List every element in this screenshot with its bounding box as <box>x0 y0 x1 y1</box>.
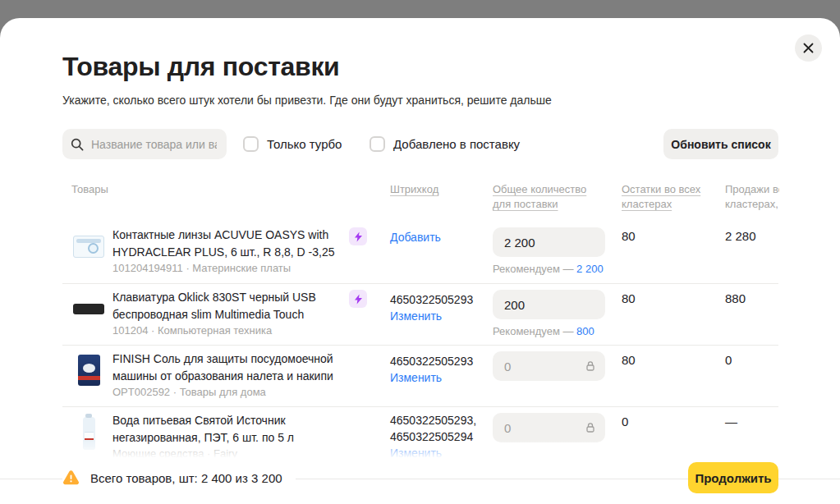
product-sku: 101204194911 · Материнские платы <box>112 262 291 274</box>
table-row: Контактные линзы ACUVUE OASYS with HYDRA… <box>0 222 840 283</box>
column-header-barcode[interactable]: Штрихкод <box>390 182 438 197</box>
page-subtitle: Укажите, сколько всего штук хотели бы пр… <box>62 94 552 107</box>
stock-value: 0 <box>622 415 628 428</box>
quantity-input-wrap-locked <box>493 413 605 442</box>
page-backdrop <box>0 0 840 18</box>
quantity-input[interactable] <box>493 227 605 257</box>
sales-value: 2 280 <box>725 229 756 243</box>
checkbox-label: Добавлено в поставку <box>393 137 520 151</box>
product-image <box>71 225 106 268</box>
sales-value: — <box>725 415 737 428</box>
checkbox-box[interactable] <box>243 136 259 152</box>
product-title: Контактные линзы ACUVUE OASYS with HYDRA… <box>112 227 347 261</box>
barcode-cell: 4650322505293 Изменить <box>390 353 482 386</box>
lock-icon <box>585 360 596 372</box>
warning-icon <box>62 470 80 486</box>
barcode-cell: 4650322505293 Изменить <box>390 291 482 324</box>
turbo-icon <box>349 290 367 308</box>
quantity-input-wrap[interactable] <box>493 290 605 319</box>
lock-icon <box>585 422 596 433</box>
recommend-hint: Рекомендуем — 2 200 <box>493 263 604 275</box>
page-title: Товары для поставки <box>62 51 339 82</box>
footer-fade <box>0 440 840 458</box>
stock-value: 80 <box>622 229 636 243</box>
quantity-input-wrap-locked <box>493 351 605 381</box>
checkbox-only-turbo[interactable]: Только турбо <box>243 129 342 159</box>
checkbox-added-to-supply[interactable]: Добавлено в поставку <box>370 129 520 159</box>
refresh-list-button[interactable]: Обновить список <box>663 129 778 159</box>
product-title: Клавиатура Oklick 830ST черный USB беспр… <box>112 289 347 323</box>
stock-value: 80 <box>622 291 636 305</box>
column-header-quantity[interactable]: Общее количество для поставки <box>493 182 586 212</box>
product-title: FINISH Соль для защиты посудомоечной маш… <box>112 351 347 385</box>
continue-button[interactable]: Продолжить <box>688 462 778 493</box>
column-header-sales: Продажи во кластерах, 3 <box>725 182 779 212</box>
add-barcode-link[interactable]: Добавить <box>390 231 441 244</box>
recommend-value-link[interactable]: 2 200 <box>576 263 604 275</box>
product-image <box>71 349 106 392</box>
recommend-value-link[interactable]: 800 <box>576 325 594 337</box>
column-header-stock[interactable]: Остатки во всех кластерах <box>622 182 700 212</box>
barcode-value: 4650322505293 <box>390 291 482 308</box>
total-text: Всего товаров, шт: 2 400 из 3 200 <box>90 471 282 485</box>
supply-products-modal: Товары для поставки Укажите, сколько все… <box>0 18 840 504</box>
stock-value: 80 <box>622 353 636 367</box>
column-header-products: Товары <box>71 182 108 197</box>
quantity-input-wrap[interactable] <box>493 227 605 257</box>
screen: Товары для поставки Укажите, сколько все… <box>0 0 840 504</box>
search-input[interactable] <box>90 137 218 152</box>
search-icon <box>71 138 84 151</box>
close-icon <box>803 43 814 53</box>
close-button[interactable] <box>795 34 822 62</box>
turbo-icon <box>349 227 367 245</box>
sales-value: 0 <box>725 353 732 367</box>
product-image <box>71 287 106 330</box>
table-row: Клавиатура Oklick 830ST черный USB беспр… <box>0 284 840 346</box>
search-input-wrap[interactable] <box>62 129 227 159</box>
edit-barcode-link[interactable]: Изменить <box>390 371 442 384</box>
product-sku: 101204 · Компьютерная техника <box>112 324 272 337</box>
barcode-value: 4650322505293 <box>390 353 482 369</box>
edit-barcode-link[interactable]: Изменить <box>390 309 442 323</box>
table-row: FINISH Соль для защиты посудомоечной маш… <box>0 346 840 407</box>
product-sku: OPT002592 · Товары для дома <box>112 386 266 398</box>
total-summary: Всего товаров, шт: 2 400 из 3 200 <box>62 470 296 486</box>
checkbox-box[interactable] <box>370 136 385 152</box>
recommend-hint: Рекомендуем — 800 <box>493 325 594 337</box>
footer-bar: Всего товаров, шт: 2 400 из 3 200 Продол… <box>0 458 840 504</box>
sales-value: 880 <box>725 291 746 305</box>
quantity-input[interactable] <box>493 290 605 319</box>
checkbox-label: Только турбо <box>267 137 342 151</box>
